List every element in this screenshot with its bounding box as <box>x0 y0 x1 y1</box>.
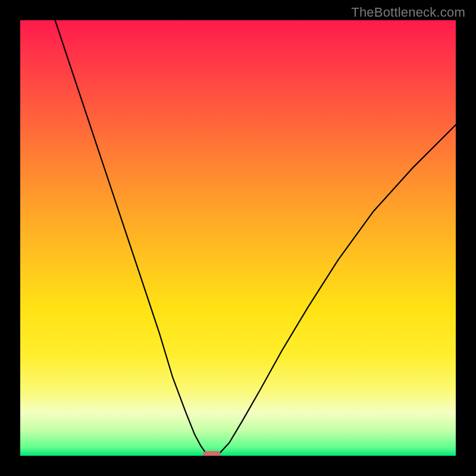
plot-area <box>20 20 456 456</box>
watermark-text: TheBottleneck.com <box>351 5 465 20</box>
chart-frame: TheBottleneck.com <box>0 0 476 476</box>
curve-left-branch <box>55 20 208 455</box>
curve-right-branch <box>216 125 456 455</box>
curve-layer <box>20 20 456 456</box>
minimum-marker <box>203 451 221 456</box>
